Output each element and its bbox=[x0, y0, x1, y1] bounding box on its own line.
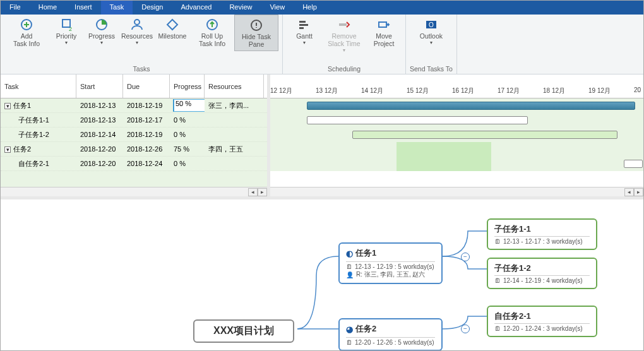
table-row[interactable]: 自任务2-12018-12-202018-12-240 % bbox=[1, 157, 267, 171]
date-tick: 15 12月 bbox=[407, 86, 452, 95]
person-icon: 👤 bbox=[346, 271, 354, 278]
date-tick: 12 12月 bbox=[270, 86, 316, 95]
svg-rect-10 bbox=[339, 23, 347, 26]
mindmap-pane[interactable]: XXX项目计划 ◐任务1 🗓12-13 - 12-19 : 5 workday(… bbox=[1, 199, 643, 351]
svg-rect-8 bbox=[299, 24, 308, 26]
col-header-due[interactable]: Due bbox=[123, 74, 170, 98]
gantt-pane: 12 12月13 12月14 12月15 12月16 12月17 12月18 1… bbox=[270, 74, 643, 196]
gantt-summary-bar[interactable] bbox=[307, 102, 635, 110]
ribbon: Add Task Info 2Priority▾ Progress▾ Resou… bbox=[1, 15, 643, 74]
roll-up-button[interactable]: Roll Up Task Info bbox=[190, 15, 234, 51]
svg-point-4 bbox=[134, 20, 140, 25]
calendar-icon: 🗓 bbox=[494, 277, 501, 284]
mm-sub11-node[interactable]: 子任务1-1 🗓12-13 - 12-17 : 3 workday(s) bbox=[487, 218, 597, 250]
table-body: ▾任务12018-12-132018-12-1950 %张三，李四...子任务1… bbox=[1, 98, 267, 187]
date-tick: 19 12月 bbox=[588, 86, 634, 95]
move-project-button[interactable]: Move Project bbox=[366, 15, 402, 56]
date-tick: 20 bbox=[634, 86, 644, 95]
menu-tabs: FileHomeInsertTaskDesignAdvancedReviewVi… bbox=[1, 1, 643, 15]
table-header: Task Start Due Progress Resources bbox=[1, 74, 267, 98]
mm-task1-node[interactable]: ◐任务1 🗓12-13 - 12-19 : 5 workday(s) 👤R: 张… bbox=[338, 242, 443, 284]
tab-insert[interactable]: Insert bbox=[66, 1, 101, 15]
date-tick: 18 12月 bbox=[543, 86, 588, 95]
gantt-date-header: 12 12月13 12月14 12月15 12月16 12月17 12月18 1… bbox=[270, 74, 643, 98]
task-table-pane: Task Start Due Progress Resources ▾任务120… bbox=[1, 74, 270, 196]
tab-task[interactable]: Task bbox=[101, 1, 133, 15]
date-tick: 16 12月 bbox=[452, 86, 498, 95]
scroll-right-icon[interactable]: ▸ bbox=[258, 188, 267, 196]
mm-sub21-node[interactable]: 自任务2-1 🗓12-20 - 12-24 : 3 workday(s) bbox=[487, 306, 597, 337]
calendar-icon: 🗓 bbox=[494, 325, 501, 332]
table-row[interactable]: ▾任务22018-12-202018-12-2675 %李四，王五 bbox=[1, 142, 267, 157]
progress-button[interactable]: Progress▾ bbox=[84, 15, 119, 51]
calendar-icon: 🗓 bbox=[494, 238, 501, 245]
tab-design[interactable]: Design bbox=[133, 1, 172, 15]
mm-root-node[interactable]: XXX项目计划 bbox=[193, 319, 294, 343]
tab-file[interactable]: File bbox=[1, 1, 30, 15]
gantt-overlap-region bbox=[397, 142, 491, 171]
table-row[interactable]: 子任务1-12018-12-132018-12-170 % bbox=[1, 113, 267, 128]
calendar-icon: 🗓 bbox=[346, 339, 352, 346]
tab-advanced[interactable]: Advanced bbox=[172, 1, 220, 15]
add-task-info-button[interactable]: Add Task Info bbox=[4, 15, 49, 51]
mm-task2-node[interactable]: ◕任务2 🗓12-20 - 12-26 : 5 workday(s) bbox=[338, 318, 443, 351]
gantt-task-bar[interactable] bbox=[624, 160, 643, 168]
tab-help[interactable]: Help bbox=[294, 1, 326, 15]
split-area: Task Start Due Progress Resources ▾任务120… bbox=[1, 74, 643, 199]
progress-icon: ◕ bbox=[346, 324, 353, 334]
calendar-icon: 🗓 bbox=[346, 263, 352, 270]
collapse-toggle[interactable]: − bbox=[461, 324, 470, 333]
svg-text:2: 2 bbox=[69, 26, 72, 32]
progress-icon: ◐ bbox=[346, 249, 353, 258]
scroll-left-icon[interactable]: ◂ bbox=[248, 188, 258, 196]
tab-view[interactable]: View bbox=[261, 1, 294, 15]
svg-rect-11 bbox=[379, 22, 386, 27]
tab-review[interactable]: Review bbox=[220, 1, 261, 15]
expand-toggle[interactable]: ▾ bbox=[4, 103, 11, 109]
date-tick: 13 12月 bbox=[316, 86, 361, 95]
date-tick: 14 12月 bbox=[361, 86, 407, 95]
svg-text:O: O bbox=[429, 21, 434, 28]
ribbon-group-label: Send Tasks To bbox=[410, 65, 453, 74]
h-scrollbar[interactable]: ◂▸ bbox=[1, 187, 267, 196]
collapse-toggle[interactable]: − bbox=[461, 253, 470, 261]
gantt-task-bar[interactable] bbox=[307, 116, 528, 124]
col-header-progress[interactable]: Progress bbox=[170, 74, 205, 98]
gantt-button[interactable]: Gantt▾ bbox=[287, 15, 322, 56]
svg-rect-7 bbox=[299, 21, 306, 23]
outlook-button[interactable]: OOutlook▾ bbox=[414, 15, 449, 48]
date-tick: 17 12月 bbox=[498, 86, 543, 95]
expand-toggle[interactable]: ▾ bbox=[4, 146, 11, 153]
progress-input[interactable]: 50 % bbox=[174, 99, 205, 112]
col-header-task[interactable]: Task bbox=[1, 74, 76, 98]
table-row[interactable]: 子任务1-22018-12-142018-12-190 % bbox=[1, 128, 267, 142]
svg-rect-9 bbox=[299, 27, 304, 29]
ribbon-group-label: Scheduling bbox=[328, 65, 361, 74]
gantt-task-bar[interactable] bbox=[352, 131, 617, 139]
gantt-body[interactable] bbox=[270, 98, 643, 187]
milestone-button[interactable]: Milestone bbox=[155, 15, 190, 51]
mm-sub12-node[interactable]: 子任务1-2 🗓12-14 - 12-19 : 4 workday(s) bbox=[487, 258, 597, 289]
hide-task-pane-button[interactable]: Hide Task Pane bbox=[234, 15, 278, 51]
remove-slack-button[interactable]: Remove Slack Time▾ bbox=[322, 15, 366, 56]
scroll-left-icon[interactable]: ◂ bbox=[624, 188, 634, 196]
priority-button[interactable]: 2Priority▾ bbox=[49, 15, 84, 51]
tab-home[interactable]: Home bbox=[30, 1, 66, 15]
scroll-right-icon[interactable]: ▸ bbox=[634, 188, 643, 196]
col-header-resources[interactable]: Resources bbox=[205, 74, 264, 98]
col-header-start[interactable]: Start bbox=[76, 74, 123, 98]
resources-button[interactable]: Resources▾ bbox=[119, 15, 155, 51]
h-scrollbar[interactable]: ◂▸ bbox=[270, 187, 643, 196]
ribbon-group-label: Tasks bbox=[133, 65, 150, 74]
table-row[interactable]: ▾任务12018-12-132018-12-1950 %张三，李四... bbox=[1, 98, 267, 113]
